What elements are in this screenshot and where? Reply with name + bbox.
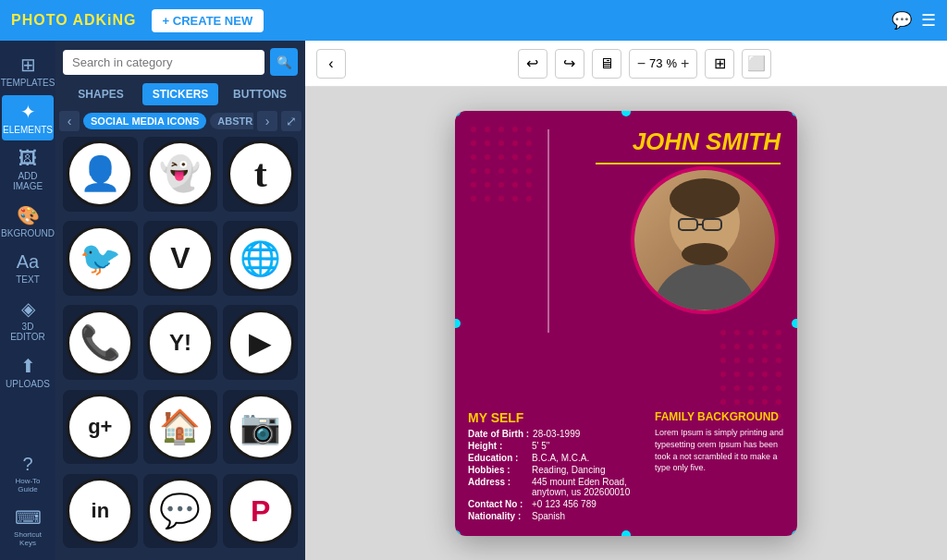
table-row: Education : B.C.A, M.C.A. xyxy=(468,453,646,463)
list-item[interactable]: 👻 xyxy=(143,137,218,212)
svg-point-40 xyxy=(720,358,726,363)
zoom-minus-button[interactable]: − xyxy=(637,55,646,72)
chat-icon[interactable]: 💬 xyxy=(892,10,912,30)
grid-button[interactable]: ⊞ xyxy=(705,49,734,79)
sidebar-label-add-image: ADD IMAGE xyxy=(6,171,50,191)
sidebar-label-3d-editor: 3D EDITOR xyxy=(6,322,50,342)
card-value: Spanish xyxy=(532,511,565,521)
sidebar-item-shortcut[interactable]: ⌨ Shortcut Keys xyxy=(2,501,54,553)
sidebar-item-uploads[interactable]: ⬆ UPLOADS xyxy=(2,349,54,395)
card-value: 445 mount Eden Road, anytown, us 2026000… xyxy=(532,477,646,497)
list-item[interactable]: 🏠 xyxy=(143,390,218,465)
logo: PHOTO ADKiNG xyxy=(11,12,137,29)
card-value: Reading, Dancing xyxy=(532,465,606,475)
list-item[interactable]: 🌐 xyxy=(223,221,298,296)
list-item[interactable]: P xyxy=(223,474,298,549)
svg-point-27 xyxy=(498,196,504,201)
handle-top-right[interactable] xyxy=(792,111,797,116)
handle-bottom-right[interactable] xyxy=(792,530,797,536)
card-vertical-line xyxy=(547,129,549,333)
sidebar-item-add-image[interactable]: 🖼 ADD IMAGE xyxy=(2,142,54,197)
back-button[interactable]: ‹ xyxy=(316,49,346,79)
yahoo-icon-circle: Y! xyxy=(147,310,214,376)
category-next-button[interactable]: › xyxy=(257,111,277,131)
category-tag-abstract[interactable]: ABSTRACT xyxy=(210,113,253,129)
add-image-icon: 🖼 xyxy=(18,148,37,169)
svg-point-2 xyxy=(498,127,504,132)
tab-buttons[interactable]: BUTTONS xyxy=(222,83,298,105)
table-row: Contact No : +0 123 456 789 xyxy=(468,499,646,509)
erase-button[interactable]: ⬜ xyxy=(742,49,771,79)
search-input[interactable] xyxy=(63,50,264,75)
svg-point-21 xyxy=(485,182,490,188)
svg-point-44 xyxy=(776,358,781,363)
sidebar-item-text[interactable]: Aa TEXT xyxy=(2,246,54,290)
globe-icon-circle: 🌐 xyxy=(228,225,294,292)
sidebar-label-uploads: UPLOADS xyxy=(6,379,50,389)
list-item[interactable]: g+ xyxy=(63,390,138,465)
sidebar-item-elements[interactable]: ✦ ELEMENTS xyxy=(2,95,54,140)
list-item[interactable]: 🐦 xyxy=(63,221,138,296)
svg-point-29 xyxy=(526,196,532,201)
category-prev-button[interactable]: ‹ xyxy=(59,111,80,131)
card-left-info: MY SELF Date of Birth : 28-03-1999 Heigh… xyxy=(468,410,646,523)
svg-point-66 xyxy=(654,263,756,310)
table-row: Nationality : Spanish xyxy=(468,511,646,521)
list-item[interactable]: 📷 xyxy=(223,390,298,465)
handle-left-center[interactable] xyxy=(455,319,461,328)
svg-point-38 xyxy=(762,344,768,349)
panel-search-area: 🔍 xyxy=(55,41,305,83)
card-label: Hobbies : xyxy=(468,465,528,475)
logo-end: KiNG xyxy=(96,12,137,28)
screen-button[interactable]: 🖥 xyxy=(592,49,621,79)
redo-button[interactable]: ↪ xyxy=(555,49,584,79)
table-row: Height : 5' 5" xyxy=(468,441,646,451)
sidebar-item-3d-editor[interactable]: ◈ 3D EDITOR xyxy=(2,292,54,347)
search-button[interactable]: 🔍 xyxy=(270,48,298,76)
zoom-plus-button[interactable]: + xyxy=(681,55,689,72)
svg-point-22 xyxy=(498,182,504,188)
phone-icon-circle: 📞 xyxy=(67,310,133,376)
pinterest-icon-circle: P xyxy=(228,478,294,544)
card-value: 28-03-1999 xyxy=(533,429,580,439)
svg-point-10 xyxy=(471,154,476,160)
list-item[interactable]: 👤 xyxy=(63,137,138,212)
sidebar-item-templates[interactable]: ⊞ TEMPLATES xyxy=(2,48,54,93)
card-section-title: MY SELF xyxy=(468,410,646,425)
handle-right-center[interactable] xyxy=(792,319,797,328)
list-item[interactable]: Y! xyxy=(143,305,218,380)
card-right-info: FAMILY BACKGROUND Lorem Ipsum is simply … xyxy=(655,410,784,523)
sidebar-item-background[interactable]: 🎨 BKGROUND xyxy=(2,199,54,244)
list-item[interactable]: ▶ xyxy=(223,305,298,380)
category-tag-social-media[interactable]: SOCIAL MEDIA ICONS xyxy=(83,113,206,129)
list-item[interactable]: 📞 xyxy=(63,305,138,380)
handle-bottom-center[interactable] xyxy=(621,530,631,536)
list-item[interactable]: in xyxy=(63,474,138,549)
tab-shapes[interactable]: SHAPES xyxy=(63,83,139,105)
sidebar-item-how-to[interactable]: ? How-To Guide xyxy=(2,448,54,499)
svg-point-25 xyxy=(471,196,476,201)
category-expand-button[interactable]: ⤢ xyxy=(281,111,301,131)
svg-point-47 xyxy=(748,371,754,377)
svg-point-50 xyxy=(720,385,726,391)
svg-point-45 xyxy=(720,371,726,377)
topbar-right: 💬 ☰ xyxy=(892,10,936,30)
list-item[interactable]: V xyxy=(143,221,218,296)
list-item[interactable]: 💬 xyxy=(143,474,218,549)
list-item[interactable]: t xyxy=(223,137,298,212)
create-new-button[interactable]: + CREATE NEW xyxy=(152,9,264,32)
svg-point-39 xyxy=(776,344,781,349)
card-name-underline xyxy=(596,163,781,164)
svg-point-26 xyxy=(485,196,490,201)
handle-top-left[interactable] xyxy=(455,111,461,116)
design-card[interactable]: JOHN SMITH xyxy=(455,111,797,536)
menu-icon[interactable]: ☰ xyxy=(921,10,936,30)
svg-point-14 xyxy=(526,154,532,160)
handle-top-center[interactable] xyxy=(621,111,631,116)
zoom-control: − 73 % + xyxy=(629,49,698,79)
card-label: Date of Birth : xyxy=(468,429,529,439)
templates-icon: ⊞ xyxy=(20,54,36,76)
tab-stickers[interactable]: STICKERS xyxy=(142,83,218,105)
undo-button[interactable]: ↩ xyxy=(518,49,547,79)
zoom-percent: % xyxy=(666,56,677,70)
